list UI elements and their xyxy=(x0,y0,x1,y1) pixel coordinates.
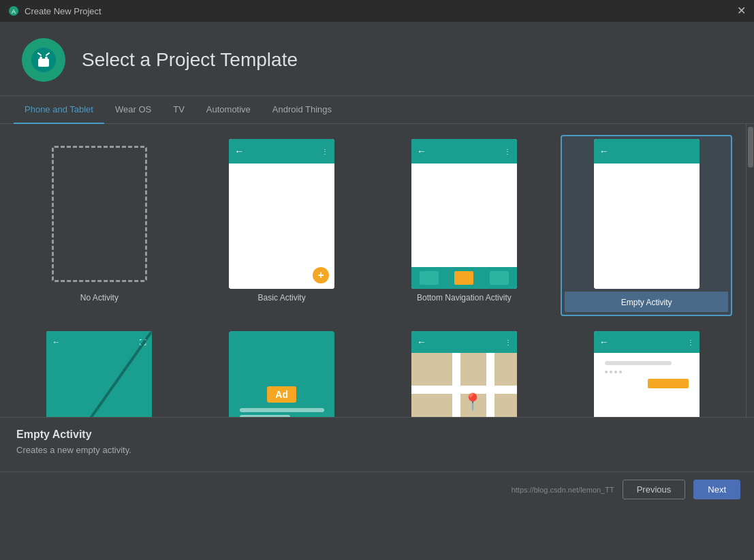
svg-line-8 xyxy=(46,331,152,417)
title-bar-left: A Create New Project xyxy=(8,5,101,16)
svg-text:A: A xyxy=(12,8,16,15)
nav-item-3 xyxy=(490,271,509,285)
scrollbar-thumb[interactable] xyxy=(748,127,753,168)
svg-rect-3 xyxy=(38,59,49,67)
dot-3 xyxy=(614,371,617,373)
login-body xyxy=(594,353,700,417)
map-pin-icon: 📍 xyxy=(462,392,483,411)
basic-topbar: ← ⋮ xyxy=(229,139,334,164)
svg-point-5 xyxy=(45,57,48,59)
login-preview: ← ⋮ xyxy=(594,331,700,417)
svg-point-4 xyxy=(40,57,42,59)
login-topbar: ← ⋮ xyxy=(594,331,700,353)
password-dots xyxy=(605,371,689,373)
empty-topbar: ← xyxy=(594,139,700,164)
scrollbar[interactable] xyxy=(746,124,754,417)
empty-activity-preview: ← xyxy=(594,139,700,289)
dot-2 xyxy=(610,371,612,373)
back-icon-2: ← xyxy=(417,146,426,157)
tab-bar: Phone and Tablet Wear OS TV Automotive A… xyxy=(0,96,754,124)
nav-item-2 xyxy=(454,271,473,285)
login-inner: ← ⋮ xyxy=(594,331,700,417)
tab-tv[interactable]: TV xyxy=(162,96,195,124)
template-maps[interactable]: 📍 ← ⋮ Google Maps Activity xyxy=(379,327,550,417)
empty-activity-selected-box: Empty Activity xyxy=(565,292,728,312)
template-grid: No Activity ← ⋮ + Basic Activity xyxy=(0,124,746,417)
next-button[interactable]: Next xyxy=(693,480,740,499)
close-button[interactable]: ✕ xyxy=(737,5,746,16)
title-bar-title: Create New Project xyxy=(25,6,101,16)
map-inner: 📍 ← ⋮ xyxy=(411,331,517,417)
footer: https://blog.csdn.net/lemon_TT Previous … xyxy=(0,471,754,507)
description-text: Creates a new empty activity. xyxy=(16,445,738,455)
back-icon-6: ← xyxy=(599,337,609,347)
tab-automotive[interactable]: Automotive xyxy=(195,96,262,124)
page-title: Select a Project Template xyxy=(82,49,298,71)
template-basic-activity[interactable]: ← ⋮ + Basic Activity xyxy=(196,135,368,316)
empty-body xyxy=(594,164,700,289)
template-bottom-nav[interactable]: ← ⋮ Bottom Navigation Activity xyxy=(379,135,550,316)
map-menu-icon: ⋮ xyxy=(505,339,512,346)
tab-wear-os[interactable]: Wear OS xyxy=(104,96,162,124)
basic-activity-label: Basic Activity xyxy=(258,293,306,302)
back-icon-3: ← xyxy=(599,146,609,157)
template-login[interactable]: ← ⋮ Login Activity xyxy=(561,327,732,417)
basic-activity-preview: ← ⋮ + xyxy=(229,139,334,289)
menu-dots-icon: ⋮ xyxy=(321,148,329,155)
no-activity-label: No Activity xyxy=(80,293,119,302)
bottom-nav-topbar: ← ⋮ xyxy=(411,139,517,164)
no-activity-preview xyxy=(46,139,152,289)
android-logo xyxy=(22,38,65,82)
basic-body: + xyxy=(229,164,334,289)
menu-dots-2-icon: ⋮ xyxy=(504,148,512,155)
description-title: Empty Activity xyxy=(16,429,738,441)
bottom-nav-body xyxy=(411,164,517,267)
bottom-nav-label: Bottom Navigation Activity xyxy=(417,293,512,302)
dot-1 xyxy=(605,371,608,373)
nav-item-1 xyxy=(420,271,439,285)
bottom-nav-mockup: ← ⋮ xyxy=(411,139,517,289)
template-fullscreen[interactable]: ← ⛶ Fullscreen Activity xyxy=(14,327,185,417)
back-icon: ← xyxy=(234,146,244,157)
ad-line-1 xyxy=(240,408,324,412)
maps-preview: 📍 ← ⋮ xyxy=(411,331,517,417)
android-icon: A xyxy=(8,5,19,16)
template-no-activity[interactable]: No Activity xyxy=(14,135,185,316)
back-icon-5: ← xyxy=(417,337,426,347)
previous-button[interactable]: Previous xyxy=(623,480,686,499)
title-bar: A Create New Project ✕ xyxy=(0,0,754,22)
login-btn xyxy=(648,379,689,388)
ad-card-inner: Ad xyxy=(229,331,334,417)
template-empty-activity[interactable]: ← Empty Activity xyxy=(561,135,732,316)
fab-icon: + xyxy=(313,267,329,283)
tab-phone-tablet[interactable]: Phone and Tablet xyxy=(14,96,104,124)
fullscreen-card-inner: ← ⛶ xyxy=(46,331,152,417)
map-topbar: ← ⋮ xyxy=(411,331,517,353)
footer-url: https://blog.csdn.net/lemon_TT xyxy=(512,486,614,494)
ads-preview: Ad xyxy=(229,331,334,417)
ad-lines xyxy=(240,408,324,417)
diagonal-svg xyxy=(46,331,152,417)
description-area: Empty Activity Creates a new empty activ… xyxy=(0,417,754,471)
no-activity-dashed xyxy=(52,146,147,282)
content-area: No Activity ← ⋮ + Basic Activity xyxy=(0,124,754,417)
fullscreen-preview: ← ⛶ xyxy=(46,331,152,417)
login-menu-icon: ⋮ xyxy=(687,339,694,346)
bottom-nav-preview: ← ⋮ xyxy=(411,139,517,289)
empty-mockup: ← xyxy=(594,139,700,289)
template-ads[interactable]: Ad Ads Activity xyxy=(196,327,368,417)
ad-badge: Ad xyxy=(267,386,296,403)
android-logo-svg xyxy=(30,46,57,74)
empty-activity-label: Empty Activity xyxy=(621,298,672,307)
username-field xyxy=(605,361,672,365)
ad-line-2 xyxy=(240,415,290,417)
header: Select a Project Template xyxy=(0,22,754,96)
bottom-nav-bar xyxy=(411,267,517,289)
basic-phone-mockup: ← ⋮ + xyxy=(229,139,334,289)
tab-android-things[interactable]: Android Things xyxy=(262,96,343,124)
dot-4 xyxy=(619,371,622,373)
